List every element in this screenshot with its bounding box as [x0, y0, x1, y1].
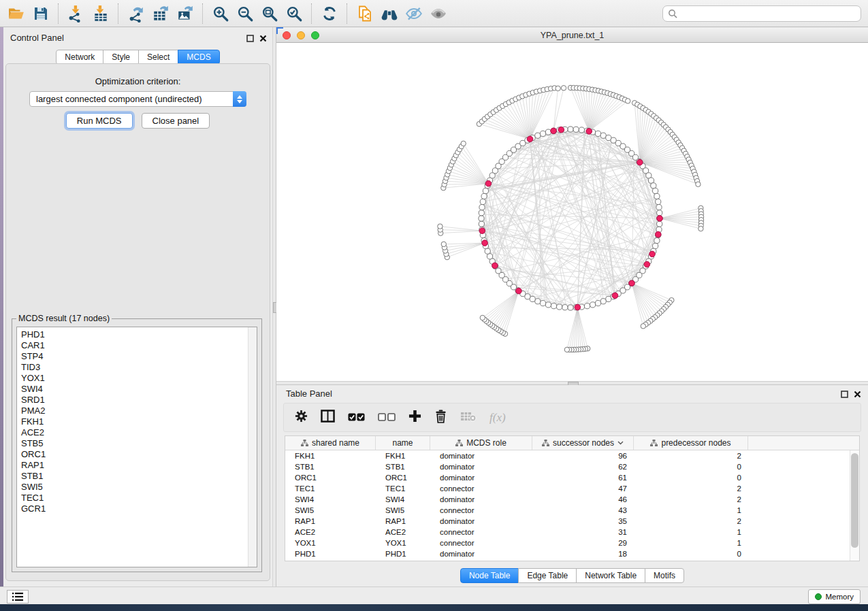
- zoom-selected-button[interactable]: [282, 2, 306, 25]
- zoom-out-button[interactable]: [233, 2, 257, 25]
- graph-hub-node[interactable]: [612, 293, 618, 299]
- graph-hub-node[interactable]: [558, 127, 564, 133]
- graph-node[interactable]: [461, 141, 466, 146]
- graph-hub-node[interactable]: [482, 240, 488, 246]
- table-row[interactable]: YOX1YOX1connector291: [285, 538, 859, 548]
- delete-column-button[interactable]: [434, 409, 447, 426]
- criterion-dropdown[interactable]: largest connected component (undirected): [29, 91, 246, 107]
- graph-node[interactable]: [485, 248, 490, 254]
- import-table-button[interactable]: [89, 2, 113, 25]
- graph-node[interactable]: [481, 193, 487, 199]
- settings-gear-button[interactable]: [295, 410, 308, 425]
- graph-hub-node[interactable]: [516, 288, 522, 294]
- search-binoculars-button[interactable]: [377, 2, 402, 25]
- graph-node[interactable]: [657, 221, 662, 227]
- graph-hub-node[interactable]: [485, 181, 492, 187]
- graph-hub-node[interactable]: [657, 216, 663, 222]
- graph-node[interactable]: [551, 303, 556, 309]
- graph-hub-node[interactable]: [644, 261, 650, 267]
- graph-hub-node[interactable]: [575, 304, 581, 310]
- tab-select[interactable]: Select: [138, 50, 178, 65]
- graph-node[interactable]: [600, 133, 606, 138]
- mcds-result-item[interactable]: PHD1: [21, 329, 257, 340]
- graph-hub-node[interactable]: [586, 129, 592, 135]
- refresh-view-button[interactable]: [317, 2, 342, 25]
- toggle-columns-button[interactable]: [321, 410, 335, 425]
- table-scrollbar-thumb[interactable]: [851, 453, 858, 548]
- zoom-in-button[interactable]: [208, 2, 233, 25]
- graph-node[interactable]: [568, 305, 573, 310]
- tab-style[interactable]: Style: [103, 50, 139, 65]
- mcds-result-item[interactable]: ORC1: [21, 449, 257, 460]
- mcds-result-item[interactable]: STB5: [21, 438, 257, 449]
- graph-hub-node[interactable]: [649, 251, 656, 257]
- graph-node[interactable]: [606, 296, 611, 301]
- graph-node[interactable]: [540, 301, 545, 306]
- graph-node[interactable]: [479, 216, 484, 221]
- column-header-predecessor-nodes[interactable]: predecessor nodes: [634, 436, 748, 450]
- graph-node[interactable]: [545, 129, 551, 135]
- network-canvas[interactable]: [276, 43, 868, 381]
- graph-node[interactable]: [595, 301, 600, 306]
- deselect-all-button[interactable]: [378, 412, 396, 424]
- graph-node[interactable]: [535, 133, 541, 138]
- export-table-button[interactable]: [148, 2, 173, 25]
- graph-node[interactable]: [656, 205, 662, 210]
- tab-edge-table[interactable]: Edge Table: [518, 568, 577, 583]
- graph-node[interactable]: [438, 224, 443, 229]
- graph-node[interactable]: [648, 178, 654, 183]
- graph-node[interactable]: [579, 127, 584, 133]
- tab-node-table[interactable]: Node Table: [460, 568, 519, 583]
- network-titlebar[interactable]: YPA_prune.txt_1: [276, 28, 868, 43]
- graph-node[interactable]: [441, 242, 446, 246]
- tab-network[interactable]: Network: [56, 50, 103, 65]
- graph-node[interactable]: [564, 347, 569, 352]
- graph-node[interactable]: [653, 243, 658, 248]
- graph-node[interactable]: [556, 86, 560, 90]
- column-header-mcds-role[interactable]: MCDS role: [430, 436, 532, 450]
- tab-mcds[interactable]: MCDS: [178, 50, 219, 65]
- table-row[interactable]: RAP1RAP1dominator352: [285, 516, 859, 527]
- show-all-button[interactable]: [426, 2, 451, 25]
- mcds-result-item[interactable]: PMA2: [21, 406, 257, 416]
- delete-table-button[interactable]: [460, 411, 477, 425]
- graph-hub-node[interactable]: [629, 280, 635, 286]
- graph-node[interactable]: [657, 210, 662, 216]
- table-row[interactable]: STB1STB1dominator620: [285, 461, 859, 472]
- tab-network-table[interactable]: Network Table: [576, 568, 645, 583]
- graph-node[interactable]: [561, 86, 566, 90]
- table-row[interactable]: ORC1ORC1dominator610: [285, 472, 859, 483]
- graph-node[interactable]: [479, 221, 484, 227]
- add-column-button[interactable]: [408, 410, 421, 425]
- graph-node[interactable]: [483, 188, 488, 193]
- float-panel-icon[interactable]: [246, 33, 254, 45]
- search-input[interactable]: [681, 8, 861, 19]
- export-network-button[interactable]: [124, 2, 148, 25]
- table-row[interactable]: PHD1PHD1dominator180: [285, 548, 859, 559]
- graph-node[interactable]: [535, 299, 541, 304]
- table-row[interactable]: ACE2ACE2connector311: [285, 527, 859, 538]
- float-panel-icon[interactable]: [841, 389, 848, 401]
- mcds-result-item[interactable]: SRD1: [21, 395, 257, 406]
- column-header-successor-nodes[interactable]: successor nodes: [532, 436, 634, 450]
- table-row[interactable]: TEC1TEC1connector472: [285, 483, 859, 494]
- graph-node[interactable]: [651, 183, 656, 188]
- tab-motifs[interactable]: Motifs: [645, 568, 684, 583]
- graph-hub-node[interactable]: [637, 159, 643, 165]
- select-all-button[interactable]: [348, 412, 365, 424]
- table-row[interactable]: SWI4SWI4dominator462: [285, 494, 859, 505]
- graph-hub-node[interactable]: [656, 231, 662, 237]
- graph-node[interactable]: [698, 226, 703, 231]
- clone-network-button[interactable]: [353, 2, 377, 25]
- graph-hub-node[interactable]: [479, 228, 485, 234]
- graph-node[interactable]: [562, 305, 568, 310]
- graph-node[interactable]: [487, 254, 492, 259]
- table-scrollbar[interactable]: [850, 450, 859, 561]
- close-panel-icon[interactable]: [259, 33, 267, 45]
- mcds-result-item[interactable]: STB1: [21, 471, 257, 482]
- graph-node[interactable]: [557, 304, 562, 310]
- mcds-result-item[interactable]: ACE2: [21, 427, 257, 438]
- graph-hub-node[interactable]: [492, 263, 498, 269]
- graph-node[interactable]: [479, 210, 484, 216]
- graph-node[interactable]: [595, 131, 600, 136]
